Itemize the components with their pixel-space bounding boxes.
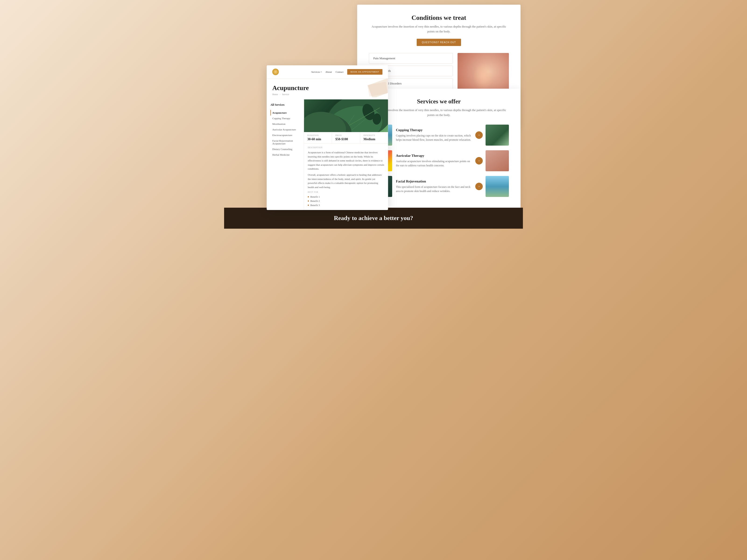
- content-area: All Services Acupuncture Cupping Therapy…: [266, 99, 388, 210]
- conditions-subtitle: Acupuncture involves the insertion of ve…: [369, 24, 509, 34]
- benefit-dot-2: [308, 201, 309, 202]
- facial-title: Facial Rejuvenation: [396, 180, 471, 183]
- services-chevron-icon: ▾: [321, 71, 322, 73]
- monstera-image: [304, 99, 388, 132]
- benefit-3: Benefit 3: [308, 203, 384, 207]
- description-text-2: Overall, acupuncture offers a holistic a…: [308, 173, 384, 189]
- auricular-content: Auricular Therapy Auricular acupuncture …: [392, 154, 475, 167]
- reach-out-button[interactable]: QUESTIONS? REACH OUT: [417, 39, 461, 46]
- stat-price: PRICE $50-$100: [332, 132, 360, 143]
- cupping-title: Cupping Therapy: [396, 128, 471, 132]
- auricular-title: Auricular Therapy: [396, 154, 471, 158]
- cupping-description: Cupping involves placing cups on the ski…: [396, 133, 471, 142]
- decorative-shape: [360, 79, 388, 97]
- stat-duration: DURATION 30-60 min: [304, 132, 332, 143]
- sidebar-title: All Services: [270, 103, 300, 107]
- service-card-facial: Facial Rejuvenation This specialized for…: [369, 176, 509, 197]
- hero-section: Acupuncture Home > Service: [266, 79, 388, 99]
- breadcrumb-home[interactable]: Home: [272, 93, 278, 96]
- facial-content: Facial Rejuvenation This specialized for…: [392, 180, 475, 193]
- auricular-image-2: [486, 150, 509, 171]
- sidebar-item-acupuncture[interactable]: Acupuncture: [270, 110, 300, 115]
- benefit-2: Benefit 2: [308, 199, 384, 203]
- main-content: DURATION 30-60 min PRICE $50-$100 INTENS…: [304, 99, 388, 210]
- auricular-description: Auricular acupuncture involves stimulati…: [396, 159, 471, 167]
- service-card-cupping: Cupping Therapy Cupping involves placing…: [369, 125, 509, 145]
- sidebar-item-dietary[interactable]: Dietary Counseling: [270, 146, 300, 152]
- cupping-arrow-button[interactable]: ›: [475, 131, 483, 139]
- nav-services[interactable]: Services ▾: [311, 71, 322, 73]
- facial-image-2: [486, 176, 509, 197]
- breadcrumb-current: Service: [282, 93, 289, 96]
- book-appointment-button[interactable]: BOOK AN APPOINTMENT: [347, 69, 383, 75]
- footer-banner: Ready to achieve a better you?: [224, 208, 523, 229]
- breadcrumb-separator: >: [279, 93, 281, 96]
- conditions-title: Conditions we treat: [369, 14, 509, 22]
- sidebar-item-facial[interactable]: Facial Rejuvenation Acupuncture: [270, 138, 300, 146]
- sidebar-item-auricular[interactable]: Auricular Acupuncture: [270, 127, 300, 132]
- sidebar-item-herbal[interactable]: Herbal Medicine: [270, 152, 300, 158]
- footer-title: Ready to achieve a better you?: [238, 215, 509, 222]
- benefit-dot-3: [308, 205, 309, 206]
- facial-description: This specialized form of acupuncture foc…: [396, 185, 471, 193]
- cupping-content: Cupping Therapy Cupping involves placing…: [392, 128, 475, 142]
- nav-about[interactable]: About: [326, 71, 332, 73]
- monstera-leaf-svg: [304, 99, 388, 132]
- hero-image: [304, 99, 388, 132]
- stats-row: DURATION 30-60 min PRICE $50-$100 INTENS…: [304, 132, 388, 144]
- sidebar-item-electroacupuncture[interactable]: Electroacupuncture: [270, 132, 300, 138]
- description-text-1: Acupuncture is a form of traditional Chi…: [308, 151, 384, 171]
- facial-arrow-button[interactable]: ›: [475, 183, 483, 190]
- auricular-arrow-button[interactable]: ›: [475, 157, 483, 164]
- description-section: DESCRIPTION Acupuncture is a form of tra…: [304, 144, 388, 210]
- nav-links: Services ▾ About Contact BOOK AN APPOINT…: [311, 69, 383, 75]
- sidebar-item-cupping[interactable]: Cupping Therapy: [270, 115, 300, 121]
- best-for-section: BEST FOR Benefit 1 Benefit 2: [308, 191, 384, 207]
- service-card-auricular: Auricular Therapy Auricular acupuncture …: [369, 150, 509, 171]
- services-title: Services we offer: [369, 98, 509, 105]
- stat-intensity: INTENSITY Medium: [360, 132, 388, 143]
- sidebar-item-moxibustion[interactable]: Moxibustion: [270, 121, 300, 127]
- acupuncture-page: Services ▾ About Contact BOOK AN APPOINT…: [266, 65, 388, 210]
- logo[interactable]: [272, 69, 279, 75]
- condition-pain-management[interactable]: Pain Management: [369, 53, 453, 64]
- benefit-1: Benefit 1: [308, 195, 384, 199]
- benefit-dot-1: [308, 196, 309, 197]
- services-subtitle: Acupuncture involves the insertion of ve…: [369, 108, 509, 117]
- cupping-image-2: [486, 125, 509, 145]
- main-nav: Services ▾ About Contact BOOK AN APPOINT…: [266, 65, 388, 79]
- services-sidebar: All Services Acupuncture Cupping Therapy…: [266, 99, 304, 210]
- nav-contact[interactable]: Contact: [335, 71, 343, 73]
